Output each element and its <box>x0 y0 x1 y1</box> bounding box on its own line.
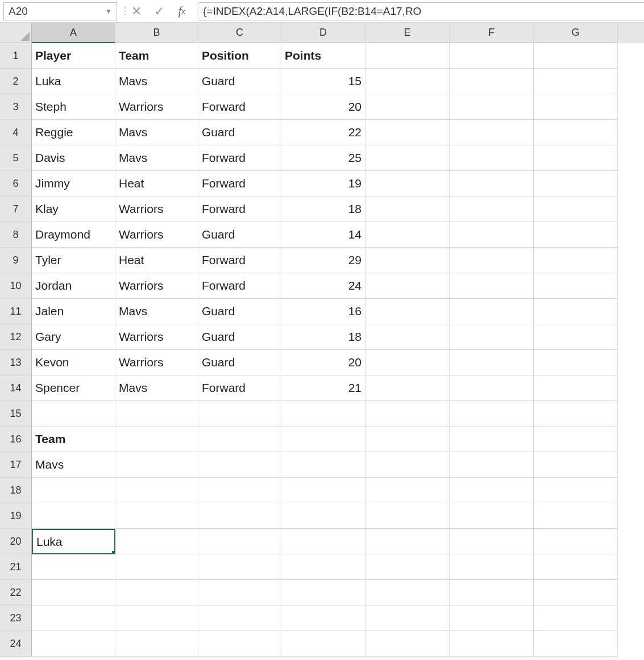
cell-A8[interactable]: Draymond <box>32 222 115 248</box>
cell-D23[interactable] <box>281 605 365 631</box>
cell-B13[interactable]: Warriors <box>115 350 198 375</box>
cell-E13[interactable] <box>365 350 450 375</box>
cell-B14[interactable]: Mavs <box>115 375 198 401</box>
cell-C10[interactable]: Forward <box>198 273 281 299</box>
cell-F15[interactable] <box>450 401 534 427</box>
cell-C9[interactable]: Forward <box>198 248 281 273</box>
cell-E4[interactable] <box>365 120 450 145</box>
row-header-15[interactable]: 15 <box>0 401 32 427</box>
cell-E12[interactable] <box>365 324 450 350</box>
cell-D19[interactable] <box>281 503 365 529</box>
cell-D9[interactable]: 29 <box>281 248 365 273</box>
cell-G5[interactable] <box>534 145 618 171</box>
cell-D8[interactable]: 14 <box>281 222 365 248</box>
cell-E7[interactable] <box>365 197 450 222</box>
cell-G1[interactable] <box>534 43 618 69</box>
cell-D3[interactable]: 20 <box>281 94 365 120</box>
cell-C4[interactable]: Guard <box>198 120 281 145</box>
cell-B12[interactable]: Warriors <box>115 324 198 350</box>
cell-C13[interactable]: Guard <box>198 350 281 375</box>
cell-C3[interactable]: Forward <box>198 94 281 120</box>
cell-A14[interactable]: Spencer <box>32 375 115 401</box>
cell-G24[interactable] <box>534 631 618 657</box>
cell-A9[interactable]: Tyler <box>32 248 115 273</box>
fx-icon[interactable]: fx <box>171 2 193 20</box>
cell-C7[interactable]: Forward <box>198 197 281 222</box>
cell-F9[interactable] <box>450 248 534 273</box>
cell-A22[interactable] <box>32 580 115 605</box>
cell-G12[interactable] <box>534 324 618 350</box>
cell-G18[interactable] <box>534 478 618 503</box>
cell-E1[interactable] <box>365 43 450 69</box>
cell-F14[interactable] <box>450 375 534 401</box>
cell-G6[interactable] <box>534 171 618 197</box>
cell-G15[interactable] <box>534 401 618 427</box>
cell-A21[interactable] <box>32 554 115 580</box>
cell-E19[interactable] <box>365 503 450 529</box>
cell-D16[interactable] <box>281 427 365 452</box>
cell-D22[interactable] <box>281 580 365 605</box>
cell-C17[interactable] <box>198 452 281 478</box>
row-header-8[interactable]: 8 <box>0 222 32 248</box>
column-header-G[interactable]: G <box>534 23 618 43</box>
cell-C19[interactable] <box>198 503 281 529</box>
cell-E23[interactable] <box>365 605 450 631</box>
cell-C24[interactable] <box>198 631 281 657</box>
cell-A20[interactable]: Luka <box>32 529 115 554</box>
cell-D21[interactable] <box>281 554 365 580</box>
cell-B11[interactable]: Mavs <box>115 299 198 324</box>
cell-F17[interactable] <box>450 452 534 478</box>
column-header-E[interactable]: E <box>365 23 450 43</box>
cell-E22[interactable] <box>365 580 450 605</box>
row-header-7[interactable]: 7 <box>0 197 32 222</box>
cell-G20[interactable] <box>534 529 618 554</box>
cell-A4[interactable]: Reggie <box>32 120 115 145</box>
cell-D17[interactable] <box>281 452 365 478</box>
row-header-2[interactable]: 2 <box>0 69 32 94</box>
cell-G10[interactable] <box>534 273 618 299</box>
row-header-4[interactable]: 4 <box>0 120 32 145</box>
cell-G3[interactable] <box>534 94 618 120</box>
cell-G21[interactable] <box>534 554 618 580</box>
cell-C18[interactable] <box>198 478 281 503</box>
cell-E6[interactable] <box>365 171 450 197</box>
cell-E21[interactable] <box>365 554 450 580</box>
cell-C22[interactable] <box>198 580 281 605</box>
cell-A7[interactable]: Klay <box>32 197 115 222</box>
cell-G13[interactable] <box>534 350 618 375</box>
row-header-13[interactable]: 13 <box>0 350 32 375</box>
cell-A6[interactable]: Jimmy <box>32 171 115 197</box>
cell-F6[interactable] <box>450 171 534 197</box>
row-header-5[interactable]: 5 <box>0 145 32 171</box>
cell-B6[interactable]: Heat <box>115 171 198 197</box>
cell-A2[interactable]: Luka <box>32 69 115 94</box>
cell-D2[interactable]: 15 <box>281 69 365 94</box>
cell-C2[interactable]: Guard <box>198 69 281 94</box>
select-all-corner[interactable] <box>0 23 32 43</box>
cell-B3[interactable]: Warriors <box>115 94 198 120</box>
row-header-19[interactable]: 19 <box>0 503 32 529</box>
cell-D13[interactable]: 20 <box>281 350 365 375</box>
formula-input[interactable]: {=INDEX(A2:A14,LARGE(IF(B2:B14=A17,RO <box>198 2 644 20</box>
cell-G16[interactable] <box>534 427 618 452</box>
cell-G8[interactable] <box>534 222 618 248</box>
column-header-F[interactable]: F <box>450 23 534 43</box>
cell-E8[interactable] <box>365 222 450 248</box>
cell-D11[interactable]: 16 <box>281 299 365 324</box>
cell-D18[interactable] <box>281 478 365 503</box>
cell-D10[interactable]: 24 <box>281 273 365 299</box>
row-header-21[interactable]: 21 <box>0 554 32 580</box>
cell-A17[interactable]: Mavs <box>32 452 115 478</box>
cell-G14[interactable] <box>534 375 618 401</box>
cell-E18[interactable] <box>365 478 450 503</box>
cell-D20[interactable] <box>281 529 365 554</box>
row-header-3[interactable]: 3 <box>0 94 32 120</box>
cell-B8[interactable]: Warriors <box>115 222 198 248</box>
cell-D4[interactable]: 22 <box>281 120 365 145</box>
cell-F21[interactable] <box>450 554 534 580</box>
cell-G17[interactable] <box>534 452 618 478</box>
name-box[interactable]: A20 ▼ <box>3 2 117 20</box>
cell-E24[interactable] <box>365 631 450 657</box>
cell-C6[interactable]: Forward <box>198 171 281 197</box>
cell-A15[interactable] <box>32 401 115 427</box>
